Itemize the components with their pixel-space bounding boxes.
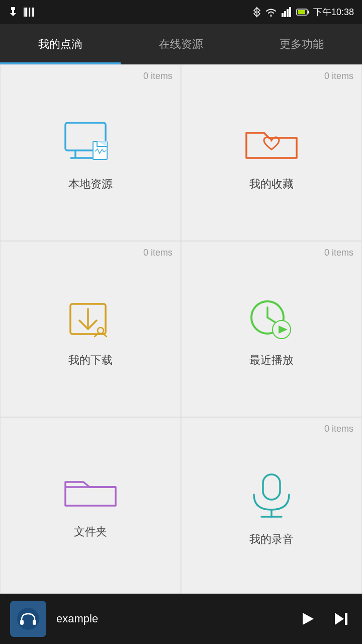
grid-cell-folder[interactable]: 文件夹 xyxy=(0,417,181,594)
svg-rect-5 xyxy=(28,8,28,17)
next-button[interactable] xyxy=(330,608,352,630)
mic-icon xyxy=(241,470,302,521)
svg-point-24 xyxy=(98,328,104,334)
grid-cell-recent[interactable]: 0 items 最近播放 xyxy=(181,241,362,418)
local-count: 0 items xyxy=(143,71,180,82)
grid-cell-local[interactable]: 0 items 本地资源 xyxy=(0,64,181,241)
tab-online[interactable]: 在线资源 xyxy=(121,24,241,64)
svg-rect-13 xyxy=(289,7,291,17)
monitor-icon xyxy=(60,120,121,166)
svg-rect-34 xyxy=(20,620,24,625)
svg-rect-8 xyxy=(32,8,33,17)
svg-rect-15 xyxy=(308,11,309,14)
tab-bar: 我的点滴 在线资源 更多功能 xyxy=(0,24,362,64)
grid-content: 0 items 本地资源 0 it xyxy=(0,64,362,594)
grid-cell-recording[interactable]: 0 items 我的录音 xyxy=(181,417,362,594)
recording-count: 0 items xyxy=(324,424,361,434)
svg-rect-7 xyxy=(31,8,31,17)
clock-play-icon xyxy=(241,296,302,342)
recent-label: 最近播放 xyxy=(249,353,294,368)
status-bar-right: 下午10:38 xyxy=(253,6,354,18)
grid-cell-favorites[interactable]: 0 items 我的收藏 xyxy=(181,64,362,241)
svg-rect-1 xyxy=(14,7,15,10)
download-icon xyxy=(60,296,121,342)
folder-label: 文件夹 xyxy=(74,524,107,539)
status-bar-left xyxy=(8,6,34,18)
bottom-player: example xyxy=(0,594,362,644)
svg-marker-36 xyxy=(303,613,314,625)
downloads-label: 我的下载 xyxy=(68,353,113,368)
svg-rect-30 xyxy=(263,474,280,500)
svg-rect-11 xyxy=(284,11,286,17)
favorites-count: 0 items xyxy=(324,71,361,82)
favorites-label: 我的收藏 xyxy=(249,177,294,192)
svg-rect-4 xyxy=(26,8,27,17)
svg-rect-0 xyxy=(11,7,13,10)
status-bar: 下午10:38 xyxy=(0,0,362,24)
svg-rect-35 xyxy=(33,620,36,625)
recording-label: 我的录音 xyxy=(249,532,294,547)
play-button[interactable] xyxy=(296,608,318,630)
svg-rect-16 xyxy=(298,10,305,14)
svg-point-33 xyxy=(17,608,39,630)
grid-cell-downloads[interactable]: 0 items 我的下载 xyxy=(0,241,181,418)
svg-rect-38 xyxy=(345,613,347,625)
usb-icon xyxy=(8,6,18,18)
svg-rect-9 xyxy=(33,8,34,17)
svg-marker-37 xyxy=(335,613,344,625)
bluetooth-icon xyxy=(253,7,261,18)
downloads-count: 0 items xyxy=(143,248,180,258)
signal-icon xyxy=(281,7,292,17)
player-title: example xyxy=(56,612,286,625)
tab-my[interactable]: 我的点滴 xyxy=(0,24,121,64)
wifi-icon xyxy=(265,7,277,17)
folder-icon xyxy=(60,468,121,513)
svg-rect-12 xyxy=(287,9,289,17)
status-time: 下午10:38 xyxy=(313,6,354,18)
tab-more[interactable]: 更多功能 xyxy=(241,24,362,64)
svg-rect-2 xyxy=(24,8,25,17)
player-avatar xyxy=(10,601,46,637)
recent-count: 0 items xyxy=(324,248,361,258)
battery-icon xyxy=(296,8,309,16)
svg-rect-6 xyxy=(29,8,30,17)
svg-line-27 xyxy=(267,317,276,323)
svg-rect-3 xyxy=(25,8,26,17)
folder-heart-icon xyxy=(241,120,302,166)
barcode-icon xyxy=(23,7,34,18)
player-controls xyxy=(296,608,352,630)
local-label: 本地资源 xyxy=(68,177,113,192)
svg-rect-10 xyxy=(282,13,284,17)
